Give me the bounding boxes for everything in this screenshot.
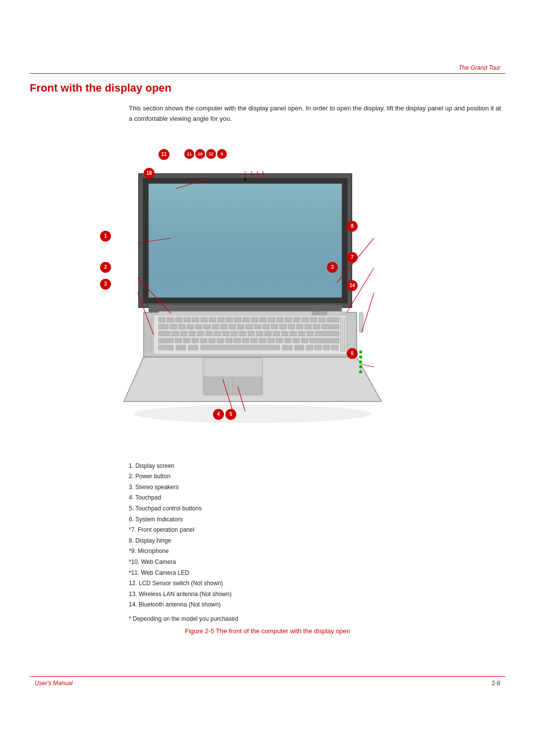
callout-7: 7 xyxy=(347,252,358,263)
svg-rect-7 xyxy=(184,317,191,322)
callout-5: 5 xyxy=(225,409,236,420)
svg-rect-74 xyxy=(251,338,258,343)
svg-rect-112 xyxy=(342,317,343,352)
svg-rect-55 xyxy=(248,331,255,336)
svg-rect-60 xyxy=(290,331,297,336)
svg-rect-29 xyxy=(195,324,202,329)
svg-rect-110 xyxy=(151,317,152,352)
svg-rect-59 xyxy=(281,331,288,336)
svg-rect-64 xyxy=(159,338,173,343)
svg-rect-69 xyxy=(209,338,215,343)
svg-rect-33 xyxy=(229,324,236,329)
section-title: Front with the display open xyxy=(30,82,505,95)
svg-rect-30 xyxy=(204,324,211,329)
callout-3b: 3 xyxy=(327,262,338,273)
callout-6: 6 xyxy=(347,348,358,359)
top-divider xyxy=(30,73,505,74)
part-10: *10. Web Camera xyxy=(129,557,505,568)
svg-rect-113 xyxy=(344,317,345,352)
part-1: 1. Display screen xyxy=(129,461,505,472)
svg-rect-51 xyxy=(214,331,221,336)
svg-rect-66 xyxy=(183,338,190,343)
svg-rect-63 xyxy=(315,331,339,336)
svg-rect-41 xyxy=(296,324,303,329)
svg-rect-25 xyxy=(159,324,168,329)
callout-14: 14 xyxy=(347,280,358,291)
svg-rect-44 xyxy=(321,324,339,329)
svg-rect-72 xyxy=(234,338,241,343)
svg-rect-28 xyxy=(187,324,194,329)
svg-point-104 xyxy=(267,179,268,181)
svg-rect-65 xyxy=(175,338,182,343)
svg-rect-107 xyxy=(145,317,146,352)
svg-rect-83 xyxy=(176,345,186,350)
part-5: 5. Touchpad control buttons xyxy=(129,504,505,514)
svg-rect-77 xyxy=(276,338,283,343)
callout-10: 10 xyxy=(195,149,205,159)
svg-rect-15 xyxy=(251,317,258,322)
svg-rect-81 xyxy=(310,338,339,343)
svg-rect-70 xyxy=(217,338,224,343)
svg-rect-58 xyxy=(273,331,280,336)
svg-rect-40 xyxy=(288,324,295,329)
svg-rect-5 xyxy=(167,317,174,322)
svg-rect-10 xyxy=(209,317,216,322)
svg-line-127 xyxy=(362,364,374,367)
svg-rect-45 xyxy=(159,331,170,336)
svg-rect-39 xyxy=(279,324,286,329)
svg-rect-67 xyxy=(192,338,199,343)
svg-rect-31 xyxy=(212,324,219,329)
svg-rect-73 xyxy=(242,338,249,343)
diagram-container: 1 2 3 3 4 5 6 7 8 14 11 11 10 12 9 xyxy=(30,134,505,451)
part-2: 2. Power button xyxy=(129,471,505,482)
svg-rect-120 xyxy=(327,311,347,314)
svg-rect-16 xyxy=(260,317,267,322)
svg-rect-91 xyxy=(331,345,338,350)
svg-rect-50 xyxy=(206,331,213,336)
svg-rect-34 xyxy=(237,324,244,329)
svg-point-0 xyxy=(134,405,372,423)
callout-11: 11 xyxy=(184,149,194,159)
svg-rect-8 xyxy=(192,317,199,322)
svg-rect-21 xyxy=(302,317,309,322)
svg-rect-24 xyxy=(327,317,339,322)
svg-rect-108 xyxy=(147,317,148,352)
part-8: 8. Display hinge xyxy=(129,536,505,547)
figure-caption: Figure 2-5 The front of the computer wit… xyxy=(30,627,505,635)
svg-point-117 xyxy=(359,360,362,363)
callout-1: 1 xyxy=(100,231,111,242)
svg-rect-86 xyxy=(282,345,292,350)
svg-rect-87 xyxy=(294,345,304,350)
callout-8: 8 xyxy=(347,221,358,232)
svg-rect-78 xyxy=(284,338,291,343)
svg-rect-61 xyxy=(298,331,305,336)
svg-point-119 xyxy=(359,370,362,373)
callout-9: 9 xyxy=(217,149,227,159)
part-6: 6. System Indicators xyxy=(129,514,505,525)
svg-rect-35 xyxy=(246,324,253,329)
svg-rect-14 xyxy=(243,317,250,322)
parts-list: 1. Display screen 2. Power button 3. Ste… xyxy=(129,461,505,610)
svg-rect-82 xyxy=(159,345,173,350)
svg-rect-37 xyxy=(263,324,269,329)
svg-rect-48 xyxy=(189,331,196,336)
svg-rect-4 xyxy=(159,317,165,322)
laptop-diagram xyxy=(99,144,386,431)
svg-rect-84 xyxy=(188,345,198,350)
callout-13: 11 xyxy=(159,149,169,160)
svg-rect-26 xyxy=(170,324,177,329)
svg-rect-17 xyxy=(268,317,275,322)
svg-rect-89 xyxy=(315,345,321,350)
svg-rect-46 xyxy=(172,331,179,336)
svg-rect-79 xyxy=(293,338,300,343)
svg-rect-68 xyxy=(200,338,207,343)
part-4: 4. Touchpad xyxy=(129,493,505,504)
svg-point-118 xyxy=(359,365,362,368)
footer-page: 2-8 xyxy=(492,680,500,687)
svg-rect-57 xyxy=(265,331,271,336)
svg-rect-54 xyxy=(239,331,246,336)
svg-point-103 xyxy=(262,179,264,181)
svg-rect-56 xyxy=(256,331,263,336)
callout-3: 3 xyxy=(100,279,111,290)
callout-4: 4 xyxy=(213,409,224,420)
